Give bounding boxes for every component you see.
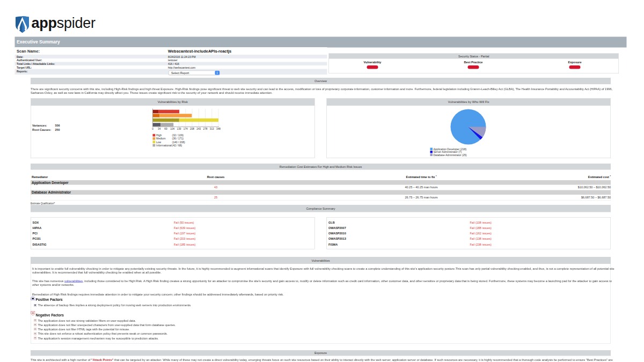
svg-text:34: 34 xyxy=(158,128,161,130)
svg-text:174: 174 xyxy=(184,128,188,130)
svg-text:Database Administrator (25): Database Administrator (25) xyxy=(434,153,467,157)
svg-text:278: 278 xyxy=(203,128,208,130)
svg-text:Low: Low xyxy=(156,141,162,144)
svg-text:(140 / 208): (140 / 208) xyxy=(172,141,186,144)
svg-text:(36 / 171): (36 / 171) xyxy=(172,137,184,140)
svg-text:Medium: Medium xyxy=(156,137,166,140)
svg-text:348: 348 xyxy=(216,128,221,130)
svg-text:(42 / 68): (42 / 68) xyxy=(172,144,182,147)
svg-text:69: 69 xyxy=(164,128,167,130)
svg-text:0: 0 xyxy=(152,128,153,130)
svg-text:139: 139 xyxy=(177,128,181,130)
svg-text:243: 243 xyxy=(196,128,201,130)
svg-text:High: High xyxy=(156,134,162,137)
svg-text:313: 313 xyxy=(210,128,214,130)
svg-text:(32 / 109): (32 / 109) xyxy=(172,134,184,137)
svg-text:Informational: Informational xyxy=(156,144,172,147)
svg-text:208: 208 xyxy=(190,128,194,130)
svg-text:104: 104 xyxy=(170,128,174,130)
